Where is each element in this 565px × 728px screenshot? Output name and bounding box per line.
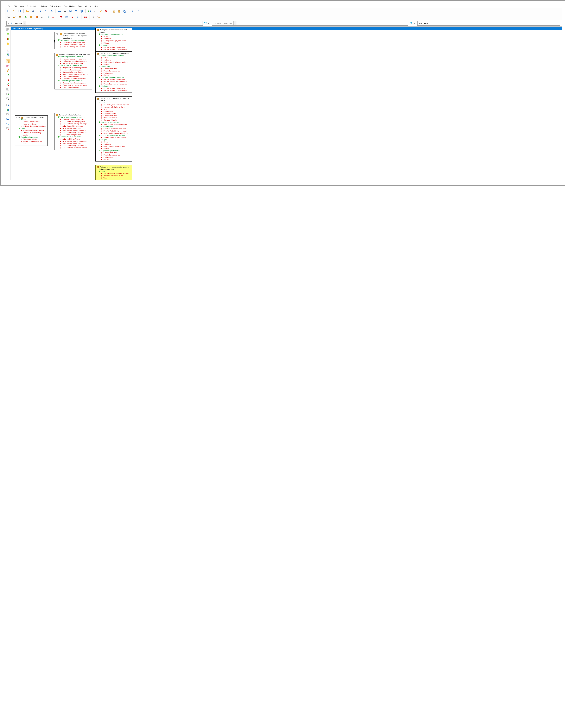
new-doc-alt-icon[interactable] — [35, 15, 39, 19]
green-group[interactable]: People — [97, 139, 131, 141]
tree-red-icon[interactable] — [6, 78, 10, 82]
failure-item[interactable]: Making a low-quality device — [16, 129, 46, 132]
failure-item[interactable]: Inattention — [97, 38, 131, 40]
filter-settings-icon[interactable] — [80, 9, 84, 13]
failure-item[interactable]: Physical wear and tear — [97, 70, 131, 72]
save-icon[interactable] — [18, 9, 22, 13]
failure-item[interactable]: Physical damage to the system — [97, 83, 131, 85]
failure-item[interactable]: Error in scanning the bar code… — [56, 46, 89, 48]
chevron-down-icon[interactable]: ▾ — [23, 21, 26, 25]
tree-toggle-icon[interactable] — [56, 33, 58, 35]
combo-structure[interactable]: > Structure ▾ — [6, 21, 203, 26]
box-data-export[interactable]: Data export from the place of material d… — [55, 32, 90, 49]
failure-item[interactable]: Incorrect operation of equipme… — [56, 44, 89, 46]
failure-item[interactable]: Poor material stacking — [56, 75, 91, 77]
failure-item[interactable]: Misuse — [97, 74, 131, 76]
checklist-icon[interactable] — [6, 48, 10, 52]
failure-item[interactable]: Falling material (damage) — [56, 69, 91, 71]
failure-item[interactable]: AGV faced factory infrastructure — [56, 145, 91, 147]
split-dropdown-tiny-icon[interactable]: ▼ — [208, 23, 209, 24]
tree-orange-icon[interactable] — [6, 69, 10, 72]
menu-view[interactable]: View — [20, 5, 24, 7]
info-layers-icon[interactable]: i — [6, 122, 10, 126]
failure-item[interactable]: Poor material stacking — [56, 86, 91, 88]
green-group[interactable]: Equipment (forklifts etc.) — [97, 150, 131, 152]
binoculars-alt-icon[interactable] — [63, 9, 67, 13]
failure-item[interactable]: Stress — [97, 141, 131, 143]
funnel-icon[interactable] — [74, 9, 78, 13]
failure-item[interactable]: Wear — [97, 177, 131, 179]
checklist-clock-icon[interactable] — [6, 53, 10, 57]
failure-item[interactable]: Incorrect reading of the sent … — [56, 58, 91, 60]
sparkle-icon[interactable] — [91, 15, 95, 19]
green-group[interactable]: Stantion operator/shift koordi… — [97, 33, 131, 35]
menu-window[interactable]: Window — [85, 5, 91, 7]
green-group[interactable]: Automatic systems: shuttle rac… — [56, 80, 91, 82]
table-clock-icon[interactable] — [6, 113, 10, 116]
failure-item[interactable]: Damage to humans (health) — [56, 71, 91, 73]
pencil-icon[interactable] — [99, 9, 103, 13]
failure-item[interactable]: AGV stopped the command — [56, 125, 91, 127]
folder-open-icon[interactable] — [25, 9, 29, 13]
failure-item[interactable]: Stress — [97, 57, 131, 59]
failure-item[interactable]: Blocking of communication (by … — [97, 132, 131, 134]
failure-item[interactable]: Fatigue — [97, 42, 131, 44]
failure-item[interactable]: Electronics failure — [97, 152, 131, 154]
table-calc-icon[interactable] — [6, 103, 10, 107]
arrow-up-flag-icon[interactable] — [44, 9, 48, 13]
split-dropdown-tiny-icon[interactable]: ▼ — [414, 23, 415, 24]
chevron-down-icon[interactable]: ▾ — [233, 21, 236, 25]
undo-icon[interactable] — [123, 9, 127, 13]
failure-item[interactable]: Obstacle detection — [97, 119, 131, 121]
menu-edit[interactable]: Edit — [14, 5, 17, 7]
new-element-icon[interactable] — [12, 15, 17, 19]
failure-item[interactable]: Past damage — [97, 156, 131, 158]
failure-item[interactable]: Refusal of work (mechanics) — [97, 78, 131, 81]
green-group[interactable]: Forklift tuck — [97, 65, 131, 68]
failure-item[interactable]: External damage — [97, 113, 131, 115]
failure-item[interactable]: Past damage — [97, 72, 131, 74]
docs-icon[interactable] — [65, 15, 69, 19]
failure-item[interactable]: Fatigue — [97, 63, 131, 65]
failure-item[interactable]: Damage to equipment and techno… — [56, 73, 91, 75]
green-group[interactable]: Preparation of material in a s… — [56, 64, 91, 67]
menu-file[interactable]: File — [8, 5, 10, 7]
failure-item[interactable]: Inattention — [97, 143, 131, 145]
blocked-icon[interactable] — [83, 15, 88, 19]
failure-item[interactable]: Refusal of work (programmatica… — [97, 81, 131, 83]
table-user-icon[interactable] — [6, 97, 10, 101]
green-group[interactable]: Equipment — [97, 44, 131, 46]
open-icon[interactable] — [12, 9, 16, 13]
new-sheet-icon[interactable] — [29, 15, 33, 19]
arrow-left-icon[interactable] — [39, 9, 43, 13]
new-icon[interactable] — [6, 9, 11, 13]
combo-filter[interactable]: <No Filter> — [417, 21, 560, 26]
failure-item[interactable]: Feeling unwell (physical and p… — [97, 145, 131, 147]
menu-tools[interactable]: Tools — [78, 5, 82, 7]
print-icon[interactable] — [31, 9, 35, 13]
green-group[interactable]: Equipment — [97, 85, 131, 87]
failure-item[interactable]: AGV collided with another tech… — [56, 129, 91, 132]
menu-carm-server[interactable]: CARM Server — [50, 5, 61, 7]
failure-item[interactable]: AGV faced factory infrastructure — [56, 132, 91, 134]
failure-item[interactable]: Stopping the automatic system — [56, 82, 91, 84]
failure-item[interactable]: Poor Wi-Fi, LAN, etc. communic… — [97, 130, 131, 132]
failure-item[interactable]: Failure to comply with the pre… — [16, 140, 46, 145]
box-place-requirement[interactable]: Place of material requirementSafetyHarmi… — [15, 115, 48, 146]
green-group[interactable]: Communication — [97, 126, 131, 128]
failure-item[interactable]: AGV could not pick up the cargo — [56, 123, 91, 125]
failure-item[interactable]: Malfunction of the tablet/comp… — [56, 60, 91, 62]
layers-icon[interactable] — [6, 117, 10, 121]
failure-item[interactable]: The battary has not been replaced — [97, 104, 131, 106]
tree-green-icon[interactable] — [6, 73, 10, 77]
green-group[interactable]: Taking material from the place… — [56, 116, 91, 118]
tree-toggle-icon[interactable] — [16, 117, 18, 118]
rows-icon[interactable] — [6, 32, 10, 36]
failure-item[interactable]: Stopping production — [16, 138, 46, 140]
failure-item[interactable]: Preparation of the wrong material — [56, 67, 91, 69]
failure-item[interactable]: AGV couldn't go further — [56, 138, 91, 140]
menu-consolidation[interactable]: Consolidation — [64, 5, 75, 7]
download-icon[interactable] — [131, 9, 135, 13]
green-group[interactable]: Obtaining information about th… — [56, 56, 91, 58]
green-group[interactable]: Forklift driver/warehouse empl… — [97, 55, 131, 57]
